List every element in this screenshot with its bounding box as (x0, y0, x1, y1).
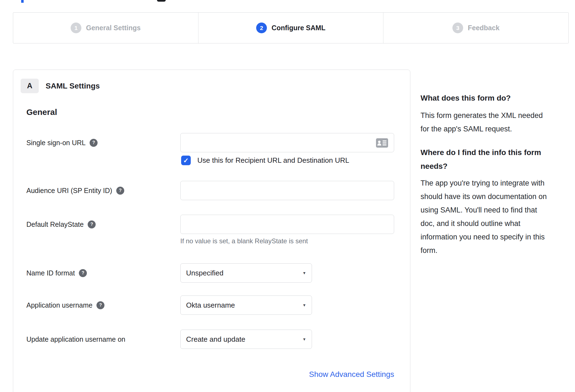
application-username-help-icon[interactable]: ? (96, 301, 104, 309)
step-2-label: Configure SAML (272, 24, 325, 32)
relay-state-help-icon[interactable]: ? (88, 220, 96, 228)
audience-uri-label-row: Audience URI (SP Entity ID) ? (26, 181, 176, 200)
application-username-label: Application username (26, 301, 92, 309)
sidebar-heading-what: What does this form do? (421, 91, 561, 105)
sso-url-input[interactable] (180, 133, 394, 152)
step-1-number-badge: 1 (71, 23, 81, 33)
update-username-selected-value: Create and update (186, 335, 245, 344)
contact-card-icon (376, 138, 388, 148)
dropdown-caret-icon: ▼ (302, 271, 306, 275)
clipped-icon-fragment (157, 0, 166, 2)
name-id-format-help-icon[interactable]: ? (79, 269, 87, 277)
relay-state-label-row: Default RelayState ? (26, 215, 176, 234)
sidebar-paragraph-where: The app you're trying to integrate with … (421, 176, 561, 257)
sidebar-paragraph-what: This form generates the XML needed for t… (421, 109, 561, 136)
show-advanced-settings-link[interactable]: Show Advanced Settings (180, 370, 394, 379)
clipped-logo-fragment (21, 0, 24, 3)
dropdown-caret-icon: ▼ (302, 303, 306, 307)
saml-settings-panel: A SAML Settings General Single sign-on U… (13, 70, 410, 392)
step-2-number-badge: 2 (256, 23, 267, 33)
relay-state-hint: If no value is set, a blank RelayState i… (180, 237, 308, 245)
name-id-format-label-row: Name ID format ? (26, 263, 176, 283)
relay-state-input[interactable] (180, 215, 394, 234)
application-username-label-row: Application username ? (26, 296, 176, 315)
sso-url-label: Single sign-on URL (26, 139, 85, 147)
step-3-label: Feedback (468, 24, 499, 32)
step-general-settings[interactable]: 1 General Settings (13, 13, 198, 43)
use-for-recipient-url-checkbox[interactable]: ✓ (181, 156, 191, 165)
section-a-badge: A (21, 79, 39, 93)
sso-url-help-icon[interactable]: ? (90, 139, 98, 147)
update-username-label-row: Update application username on (26, 330, 176, 349)
update-username-select[interactable]: Create and update ▼ (180, 330, 312, 349)
step-configure-saml[interactable]: 2 Configure SAML (198, 13, 383, 43)
panel-title: SAML Settings (46, 79, 100, 93)
step-feedback[interactable]: 3 Feedback (383, 13, 568, 43)
application-username-selected-value: Okta username (186, 301, 235, 310)
step-1-label: General Settings (86, 24, 141, 32)
update-username-label: Update application username on (26, 335, 125, 343)
relay-state-label: Default RelayState (26, 220, 84, 228)
use-for-recipient-url-checkbox-label: Use this for Recipient URL and Destinati… (197, 156, 349, 165)
general-group-heading: General (26, 107, 57, 117)
audience-uri-help-icon[interactable]: ? (116, 187, 124, 195)
name-id-format-selected-value: Unspecified (186, 269, 223, 277)
sidebar-heading-where: Where do I find the info this form needs… (421, 146, 561, 173)
audience-uri-label: Audience URI (SP Entity ID) (26, 187, 112, 195)
name-id-format-label: Name ID format (26, 269, 75, 277)
name-id-format-select[interactable]: Unspecified ▼ (180, 263, 312, 283)
dropdown-caret-icon: ▼ (302, 337, 306, 341)
step-3-number-badge: 3 (452, 23, 463, 33)
recipient-url-checkbox-row: ✓ Use this for Recipient URL and Destina… (181, 156, 349, 165)
wizard-stepper: 1 General Settings 2 Configure SAML 3 Fe… (13, 12, 569, 43)
audience-uri-input[interactable] (180, 181, 394, 200)
sso-url-label-row: Single sign-on URL ? (26, 133, 176, 152)
application-username-select[interactable]: Okta username ▼ (180, 296, 312, 315)
